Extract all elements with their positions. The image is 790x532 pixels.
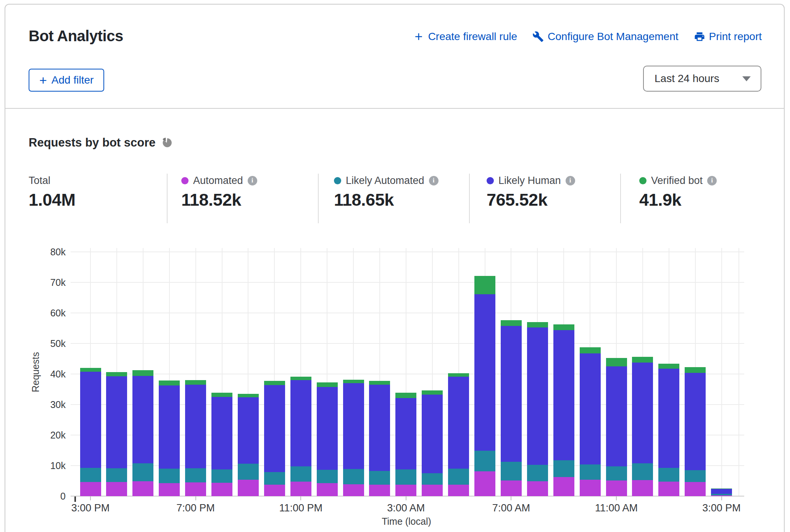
bar-segment-likely-automated[interactable]	[658, 468, 679, 482]
configure-bot-management-link[interactable]: Configure Bot Management	[532, 31, 678, 43]
bar-segment-verified-bot[interactable]	[527, 322, 548, 327]
bar-segment-likely-human[interactable]	[369, 385, 390, 471]
bar-segment-likely-automated[interactable]	[159, 469, 180, 483]
bar-segment-likely-human[interactable]	[711, 489, 732, 494]
bar-segment-automated[interactable]	[132, 481, 153, 496]
bar-segment-likely-human[interactable]	[527, 327, 548, 465]
bar-segment-automated[interactable]	[632, 480, 653, 496]
bar-segment-verified-bot[interactable]	[606, 358, 627, 366]
bar-segment-likely-automated[interactable]	[343, 469, 364, 484]
bar-segment-verified-bot[interactable]	[317, 382, 338, 387]
bar-segment-likely-automated[interactable]	[290, 466, 311, 481]
bar-segment-verified-bot[interactable]	[132, 370, 153, 376]
bar-segment-automated[interactable]	[211, 483, 232, 496]
bar-segment-likely-automated[interactable]	[106, 468, 127, 482]
bar-segment-likely-automated[interactable]	[685, 470, 706, 482]
bar-segment-verified-bot[interactable]	[80, 368, 101, 372]
info-icon[interactable]: i	[566, 176, 575, 185]
bar-segment-verified-bot[interactable]	[159, 380, 180, 385]
bar-segment-automated[interactable]	[159, 483, 180, 496]
bar-segment-likely-automated[interactable]	[132, 463, 153, 481]
bar-segment-verified-bot[interactable]	[185, 380, 206, 385]
bar-segment-likely-automated[interactable]	[369, 471, 390, 485]
bar-segment-likely-automated[interactable]	[501, 462, 522, 480]
bar-segment-verified-bot[interactable]	[632, 357, 653, 362]
bar-segment-likely-human[interactable]	[185, 385, 206, 468]
bar-segment-likely-human[interactable]	[290, 380, 311, 466]
bar-segment-verified-bot[interactable]	[501, 320, 522, 326]
bar-segment-automated[interactable]	[238, 480, 259, 496]
bar-segment-automated[interactable]	[448, 485, 469, 496]
bar-segment-verified-bot[interactable]	[106, 372, 127, 376]
bar-segment-likely-human[interactable]	[658, 369, 679, 468]
bar-segment-likely-human[interactable]	[474, 294, 495, 451]
bar-segment-verified-bot[interactable]	[369, 381, 390, 385]
add-filter-button[interactable]: + Add filter	[29, 69, 104, 92]
bar-segment-likely-automated[interactable]	[711, 494, 732, 495]
bar-segment-verified-bot[interactable]	[474, 276, 495, 294]
bar-segment-automated[interactable]	[606, 480, 627, 496]
bar-segment-automated[interactable]	[80, 482, 101, 496]
bar-segment-likely-automated[interactable]	[80, 468, 101, 482]
bar-segment-likely-human[interactable]	[211, 397, 232, 469]
bar-segment-likely-automated[interactable]	[632, 463, 653, 480]
bar-segment-likely-human[interactable]	[606, 366, 627, 466]
bar-segment-likely-human[interactable]	[448, 377, 469, 469]
bar-segment-likely-automated[interactable]	[422, 473, 443, 485]
bar-segment-likely-human[interactable]	[685, 373, 706, 470]
info-icon[interactable]: i	[429, 176, 439, 185]
bar-segment-likely-automated[interactable]	[264, 472, 285, 485]
bar-segment-automated[interactable]	[290, 482, 311, 496]
info-icon[interactable]: i	[248, 176, 257, 185]
bar-segment-likely-automated[interactable]	[606, 466, 627, 481]
bar-segment-likely-automated[interactable]	[185, 468, 206, 482]
bar-segment-likely-human[interactable]	[553, 330, 574, 461]
bar-segment-likely-human[interactable]	[238, 397, 259, 464]
bar-segment-likely-human[interactable]	[106, 376, 127, 468]
bar-segment-automated[interactable]	[422, 485, 443, 496]
bar-segment-verified-bot[interactable]	[422, 390, 443, 394]
bar-segment-likely-automated[interactable]	[395, 469, 416, 485]
info-icon[interactable]: i	[707, 176, 717, 185]
bar-segment-likely-automated[interactable]	[211, 469, 232, 483]
bar-segment-likely-automated[interactable]	[553, 460, 574, 477]
bar-segment-automated[interactable]	[553, 477, 574, 496]
bar-segment-automated[interactable]	[343, 484, 364, 496]
bar-segment-likely-human[interactable]	[132, 376, 153, 464]
bar-segment-automated[interactable]	[685, 482, 706, 496]
bar-segment-verified-bot[interactable]	[448, 373, 469, 377]
bar-segment-automated[interactable]	[106, 482, 127, 496]
bar-segment-verified-bot[interactable]	[658, 364, 679, 369]
bar-segment-automated[interactable]	[711, 495, 732, 496]
bar-segment-likely-human[interactable]	[580, 353, 601, 464]
bar-segment-likely-human[interactable]	[343, 383, 364, 469]
bar-segment-verified-bot[interactable]	[580, 347, 601, 354]
bar-segment-automated[interactable]	[527, 481, 548, 496]
time-range-dropdown[interactable]: Last 24 hours	[643, 66, 761, 92]
bar-segment-automated[interactable]	[369, 485, 390, 496]
bar-segment-automated[interactable]	[501, 480, 522, 496]
bar-segment-likely-human[interactable]	[501, 326, 522, 462]
bar-segment-likely-automated[interactable]	[317, 470, 338, 483]
bar-segment-likely-human[interactable]	[317, 387, 338, 470]
bar-segment-likely-automated[interactable]	[448, 469, 469, 485]
bar-segment-automated[interactable]	[185, 482, 206, 496]
bar-segment-likely-human[interactable]	[159, 385, 180, 469]
create-firewall-rule-link[interactable]: Create firewall rule	[413, 31, 517, 43]
print-report-link[interactable]: Print report	[694, 31, 762, 43]
bar-segment-likely-human[interactable]	[80, 372, 101, 468]
bar-segment-automated[interactable]	[395, 485, 416, 496]
bar-segment-automated[interactable]	[264, 485, 285, 496]
bar-segment-verified-bot[interactable]	[264, 381, 285, 385]
bar-segment-likely-automated[interactable]	[238, 464, 259, 480]
bar-segment-verified-bot[interactable]	[395, 393, 416, 398]
bar-segment-likely-human[interactable]	[422, 395, 443, 473]
bar-segment-verified-bot[interactable]	[238, 394, 259, 397]
bar-segment-verified-bot[interactable]	[290, 377, 311, 380]
bar-segment-likely-automated[interactable]	[474, 451, 495, 471]
bar-segment-likely-human[interactable]	[632, 363, 653, 463]
bar-segment-likely-automated[interactable]	[580, 464, 601, 480]
bar-segment-likely-human[interactable]	[395, 398, 416, 469]
bar-segment-automated[interactable]	[317, 483, 338, 496]
bar-segment-verified-bot[interactable]	[711, 488, 732, 489]
